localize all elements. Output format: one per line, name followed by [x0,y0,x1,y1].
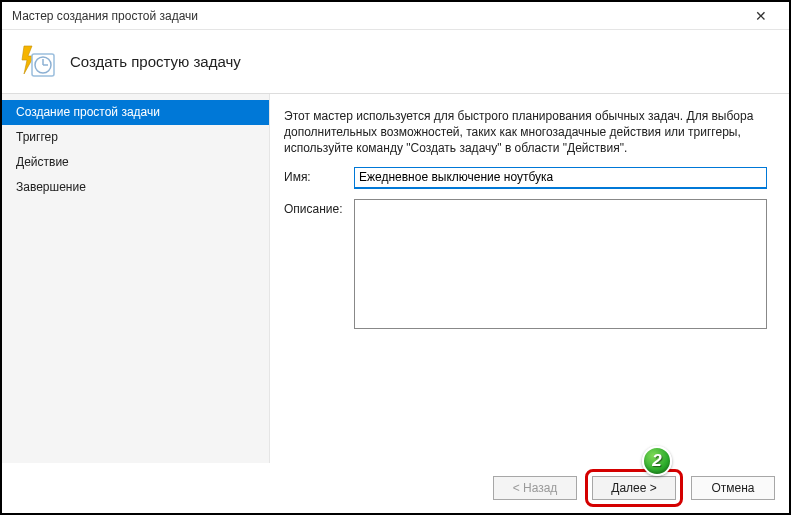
step-label: Триггер [16,130,58,144]
wizard-subtitle: Создать простую задачу [70,53,241,70]
step-action[interactable]: Действие [2,150,269,175]
wizard-body: Создание простой задачи Триггер Действие… [2,94,789,463]
step-create-basic-task[interactable]: Создание простой задачи [2,100,269,125]
step-label: Действие [16,155,69,169]
window-title: Мастер создания простой задачи [12,9,198,23]
titlebar: Мастер создания простой задачи ✕ [2,2,789,30]
next-highlight: 2 Далее > [585,469,683,507]
row-description: Описание: [284,199,767,329]
wizard-sidebar: Создание простой задачи Триггер Действие… [2,94,270,463]
description-input[interactable] [354,199,767,329]
annotation-badge: 2 [642,446,672,476]
name-input[interactable] [354,167,767,189]
close-icon[interactable]: ✕ [741,8,781,24]
wizard-header: Создать простую задачу [2,30,789,94]
intro-text: Этот мастер используется для быстрого пл… [284,108,767,157]
step-label: Завершение [16,180,86,194]
step-finish[interactable]: Завершение [2,175,269,200]
next-button[interactable]: Далее > [592,476,676,500]
name-label: Имя: [284,167,354,184]
wizard-window: Мастер создания простой задачи ✕ Создать… [0,0,791,515]
wizard-icon [20,44,56,80]
row-name: Имя: [284,167,767,189]
step-trigger[interactable]: Триггер [2,125,269,150]
back-button: < Назад [493,476,577,500]
cancel-button[interactable]: Отмена [691,476,775,500]
wizard-content: Этот мастер используется для быстрого пл… [270,94,789,463]
description-label: Описание: [284,199,354,216]
step-label: Создание простой задачи [16,105,160,119]
wizard-footer: < Назад 2 Далее > Отмена [2,463,789,513]
